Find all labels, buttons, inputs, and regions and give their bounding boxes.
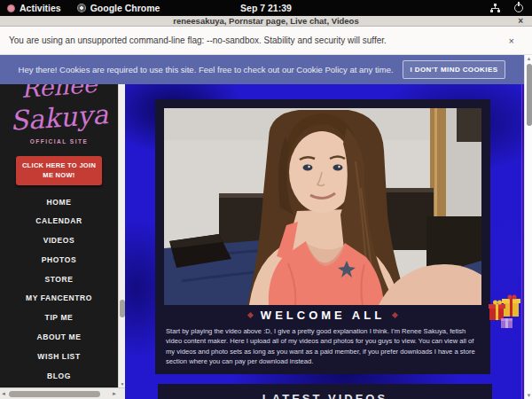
chrome-icon [77, 4, 86, 12]
diamond-icon [247, 312, 254, 318]
welcome-heading-row: WELCOME ALL [164, 309, 481, 322]
window-title: reneesakuya, Pornstar page, Live chat, V… [173, 16, 358, 26]
flag-warning-bar: You are using an unsupported command-lin… [0, 27, 532, 55]
cookie-message: Hey there! Cookies are required to use t… [19, 65, 394, 74]
sidebar-item-wish-list[interactable]: WISH LIST [0, 348, 118, 367]
main-area: WELCOME ALL Start by playing the video a… [125, 84, 524, 399]
edge-decoration [521, 84, 522, 399]
site-logo-line2[interactable]: Sakuya [0, 98, 118, 137]
app-menu-label: Google Chrome [90, 3, 160, 13]
screen: Activities Google Chrome Sep 7 21:39 ren… [0, 0, 532, 399]
scroll-up-arrow-icon[interactable]: ▲ [525, 56, 532, 61]
latest-videos-heading: LATEST VIDEOS [158, 392, 492, 399]
join-now-button[interactable]: CLICK HERE TO JOIN ME NOW! [16, 156, 102, 185]
sidebar-item-my-fancentro[interactable]: MY FANCENTRO [0, 289, 118, 309]
webcam-video-player[interactable] [164, 108, 481, 305]
sidebar: Renee Sakuya OFFICIAL SITE CLICK HERE TO… [0, 84, 118, 387]
scroll-down-arrow-icon[interactable]: ▼ [525, 393, 532, 398]
gift-boxes-icon[interactable] [489, 293, 520, 332]
sidebar-item-about-me[interactable]: ABOUT ME [0, 328, 118, 348]
network-icon[interactable] [490, 4, 500, 12]
sidebar-item-blog[interactable]: BLOG [0, 367, 118, 387]
diamond-icon [392, 312, 398, 318]
scroll-left-arrow-icon[interactable]: ◄ [1, 391, 6, 396]
page-scroll-thumb[interactable] [527, 64, 532, 126]
power-icon[interactable] [514, 4, 523, 12]
flag-warning-close-icon[interactable]: × [509, 35, 514, 46]
latest-videos-panel: LATEST VIDEOS [158, 384, 492, 399]
sidebar-vertical-scrollbar[interactable]: ▼ [118, 84, 125, 387]
site-tagline: OFFICIAL SITE [0, 138, 118, 145]
sidebar-nav: HOME CALENDAR VIDEOS PHOTOS STORE MY FAN… [0, 193, 118, 387]
app-menu-button[interactable]: Google Chrome [77, 3, 160, 13]
window-close-icon[interactable]: × [518, 16, 523, 26]
welcome-paragraph: Start by playing the video above :D, I g… [164, 326, 481, 367]
sidebar-item-tip-me[interactable]: TIP ME [0, 309, 118, 328]
welcome-heading: WELCOME ALL [261, 309, 385, 322]
sidebar-item-calendar[interactable]: CALENDAR [0, 212, 118, 231]
sidebar-horizontal-scroll-thumb[interactable] [9, 391, 100, 397]
page-vertical-scrollbar[interactable]: ▲ ▼ [524, 55, 532, 399]
window-title-bar: reneesakuya, Pornstar page, Live chat, V… [0, 16, 532, 27]
gnome-top-bar: Activities Google Chrome Sep 7 21:39 [0, 0, 532, 16]
activities-icon [7, 4, 15, 12]
web-page: Hey there! Cookies are required to use t… [0, 55, 532, 399]
cookie-banner: Hey there! Cookies are required to use t… [0, 55, 524, 84]
sidebar-item-home[interactable]: HOME [0, 193, 118, 213]
cookie-accept-button[interactable]: I DON'T MIND COOKIES [403, 60, 506, 79]
sidebar-item-store[interactable]: STORE [0, 270, 118, 290]
activities-button[interactable]: Activities [7, 3, 61, 13]
scroll-right-arrow-icon[interactable]: ► [112, 391, 117, 396]
page-content: Renee Sakuya OFFICIAL SITE CLICK HERE TO… [0, 84, 524, 399]
sidebar-item-videos[interactable]: VIDEOS [0, 231, 118, 251]
sidebar-horizontal-scrollbar[interactable]: ◄ ► [0, 387, 125, 399]
flag-warning-text: You are using an unsupported command-lin… [9, 35, 387, 45]
welcome-panel: WELCOME ALL Start by playing the video a… [155, 99, 490, 374]
activities-label: Activities [20, 3, 61, 13]
sidebar-item-photos[interactable]: PHOTOS [0, 251, 118, 270]
